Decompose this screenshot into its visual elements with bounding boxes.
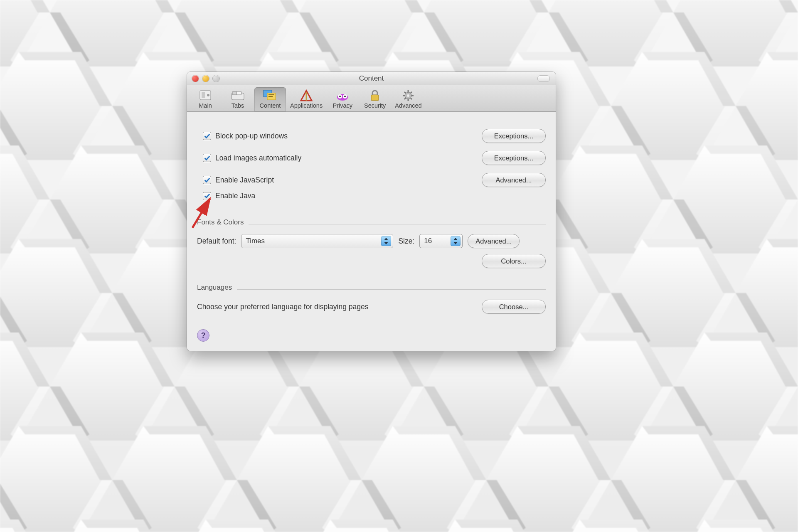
tab-applications[interactable]: Applications <box>287 87 326 111</box>
svg-marker-228 <box>673 332 798 441</box>
tabs-icon <box>230 89 246 102</box>
svg-rect-321 <box>202 92 205 98</box>
preferences-window: Content Main Tabs Content <box>187 72 556 351</box>
enable-java-label: Enable Java <box>215 192 255 200</box>
preferences-toolbar: Main Tabs Content Applications <box>187 85 556 112</box>
default-font-select[interactable]: Times <box>241 234 393 248</box>
svg-marker-349 <box>384 242 388 244</box>
fonts-section-heading: Fonts & Colors <box>197 218 244 227</box>
check-icon <box>203 176 211 184</box>
tab-advanced-label: Advanced <box>395 102 422 109</box>
enable-javascript-label: Enable JavaScript <box>215 176 274 185</box>
tab-advanced[interactable]: Advanced <box>392 87 425 111</box>
svg-marker-208 <box>50 332 175 441</box>
checkbox-enable-java[interactable]: Enable Java <box>203 192 255 200</box>
svg-point-339 <box>407 94 409 97</box>
choose-language-button[interactable]: Choose... <box>482 300 546 314</box>
help-icon: ? <box>201 331 206 340</box>
size-label: Size: <box>398 237 414 246</box>
divider <box>249 224 546 224</box>
main-icon <box>197 89 213 102</box>
block-popups-label: Block pop-up windows <box>215 132 288 140</box>
tab-main[interactable]: Main <box>190 87 221 111</box>
fonts-advanced-label: Advanced... <box>475 237 512 245</box>
colors-button[interactable]: Colors... <box>482 254 546 268</box>
tab-security-label: Security <box>364 102 386 109</box>
svg-marker-260 <box>486 426 611 532</box>
choose-language-label: Choose... <box>499 303 529 311</box>
images-exceptions-label: Exceptions... <box>494 154 533 162</box>
svg-marker-184 <box>611 239 736 347</box>
svg-marker-256 <box>362 426 486 532</box>
applications-icon <box>298 89 314 102</box>
checkbox-enable-javascript[interactable]: Enable JavaScript <box>203 176 274 185</box>
check-icon <box>203 192 211 200</box>
check-icon <box>203 132 211 140</box>
stepper-arrows-icon <box>451 236 461 246</box>
languages-section-heading: Languages <box>197 283 232 292</box>
svg-rect-328 <box>268 94 274 95</box>
svg-marker-128 <box>50 145 175 254</box>
load-images-label: Load images automatically <box>215 154 301 163</box>
fonts-advanced-button[interactable]: Advanced... <box>468 234 520 248</box>
javascript-advanced-label: Advanced... <box>495 176 532 184</box>
svg-rect-329 <box>268 96 273 97</box>
checkbox-block-popups[interactable]: Block pop-up windows <box>203 132 288 140</box>
security-icon <box>367 89 383 102</box>
svg-marker-148 <box>673 145 798 254</box>
tab-content[interactable]: Content <box>254 87 286 111</box>
check-icon <box>203 154 211 162</box>
checkbox-load-images[interactable]: Load images automatically <box>203 154 301 163</box>
svg-marker-264 <box>611 426 736 532</box>
svg-marker-252 <box>237 426 362 532</box>
svg-point-335 <box>339 96 341 97</box>
images-exceptions-button[interactable]: Exceptions... <box>482 151 546 165</box>
javascript-advanced-button[interactable]: Advanced... <box>482 173 546 187</box>
svg-marker-224 <box>549 332 673 441</box>
gear-icon <box>400 89 416 102</box>
tab-content-label: Content <box>260 102 281 109</box>
tab-applications-label: Applications <box>290 102 323 109</box>
svg-marker-350 <box>453 238 458 240</box>
colors-button-label: Colors... <box>501 257 526 265</box>
tab-privacy[interactable]: Privacy <box>327 87 358 111</box>
divider <box>237 289 546 290</box>
privacy-icon <box>335 89 350 102</box>
tab-tabs-label: Tabs <box>232 102 244 109</box>
svg-point-336 <box>344 96 346 97</box>
svg-line-344 <box>404 92 406 93</box>
tab-main-label: Main <box>199 102 212 109</box>
svg-marker-144 <box>549 145 673 254</box>
svg-marker-348 <box>384 238 388 240</box>
content-icon <box>262 89 278 102</box>
help-button[interactable]: ? <box>197 329 209 342</box>
toolbar-toggle-pill[interactable] <box>537 75 550 82</box>
tab-privacy-label: Privacy <box>332 102 352 109</box>
font-size-value: 16 <box>424 237 432 245</box>
svg-line-347 <box>404 98 406 99</box>
tab-tabs[interactable]: Tabs <box>222 87 254 111</box>
svg-rect-337 <box>371 95 379 101</box>
default-font-value: Times <box>246 237 265 245</box>
window-title: Content <box>187 74 556 83</box>
languages-prompt: Choose your preferred language for displ… <box>197 303 369 311</box>
svg-line-346 <box>411 92 412 93</box>
popups-exceptions-button[interactable]: Exceptions... <box>482 129 546 143</box>
default-font-label: Default font: <box>197 237 236 246</box>
svg-line-345 <box>411 98 412 99</box>
svg-rect-325 <box>236 91 241 95</box>
svg-point-322 <box>207 94 209 96</box>
svg-marker-248 <box>112 426 237 532</box>
titlebar[interactable]: Content <box>187 72 556 85</box>
font-size-select[interactable]: 16 <box>419 234 463 248</box>
svg-marker-351 <box>453 242 458 244</box>
popups-exceptions-label: Exceptions... <box>494 132 533 140</box>
tab-security[interactable]: Security <box>359 87 391 111</box>
svg-marker-104 <box>611 52 736 160</box>
stepper-arrows-icon <box>381 236 391 246</box>
